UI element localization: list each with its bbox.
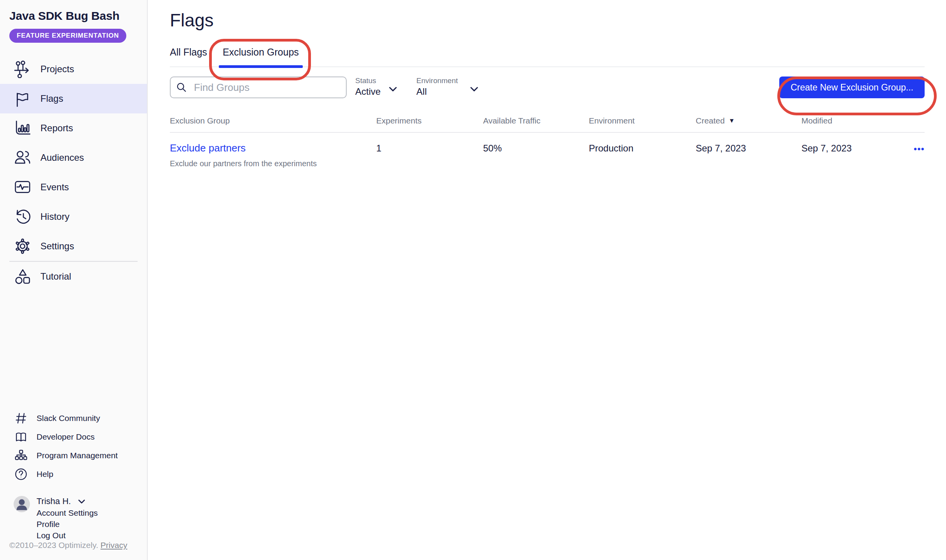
project-name: Java SDK Bug Bash [9, 9, 138, 23]
environment-filter-label: Environment [416, 77, 458, 85]
sidebar-item-settings[interactable]: Settings [0, 231, 147, 261]
exclusion-group-description: Exclude our partners from the experiment… [170, 159, 376, 168]
environment-cell: Production [589, 142, 696, 168]
search-input[interactable] [170, 77, 347, 98]
sidebar-item-label: Audiences [40, 152, 84, 163]
user-name: Trisha H. [37, 496, 71, 506]
people-icon [13, 148, 32, 167]
app-window: Java SDK Bug Bash FEATURE EXPERIMENTATIO… [0, 0, 946, 560]
create-new-exclusion-group-button[interactable]: Create New Exclusion Group... [779, 77, 925, 98]
sidebar-links: Slack Community Developer Docs [0, 409, 147, 483]
column-header-experiments[interactable]: Experiments [376, 116, 483, 125]
sidebar-item-label: Settings [40, 241, 74, 252]
tab-bar: All Flags Exclusion Groups [170, 47, 925, 67]
sidebar-nav: Projects Flags [0, 54, 147, 291]
tab-all-flags[interactable]: All Flags [170, 47, 207, 66]
sidebar-item-label: Events [40, 182, 69, 193]
row-actions-ellipsis-icon[interactable]: ••• [914, 143, 925, 154]
sidebar: Java SDK Bug Bash FEATURE EXPERIMENTATIO… [0, 0, 148, 560]
sidebar-item-tutorial[interactable]: Tutorial [0, 262, 147, 291]
sidebar-item-events[interactable]: Events [0, 172, 147, 202]
sidebar-link-program-management[interactable]: Program Management [14, 446, 147, 465]
status-filter-label: Status [355, 77, 380, 85]
tab-exclusion-groups[interactable]: Exclusion Groups [223, 47, 299, 66]
user-menu-item-profile[interactable]: Profile [37, 519, 98, 529]
sidebar-spacer [0, 291, 147, 409]
sidebar-item-label: Flags [40, 93, 63, 104]
sidebar-item-label: Reports [40, 123, 73, 134]
sidebar-link-developer-docs[interactable]: Developer Docs [14, 428, 147, 446]
projects-icon [13, 60, 32, 78]
copyright: ©2010–2023 Optimizely. Privacy [0, 541, 147, 550]
controls-row: Status Active Environment All Create New… [170, 77, 925, 98]
chevron-down-icon[interactable] [387, 83, 398, 94]
environment-filter-value: All [416, 86, 458, 97]
column-header-available-traffic[interactable]: Available Traffic [483, 116, 589, 125]
sidebar-item-label: Tutorial [40, 271, 71, 282]
book-icon [14, 430, 28, 444]
sidebar-link-slack-community[interactable]: Slack Community [14, 409, 147, 428]
available-traffic-cell: 50% [483, 142, 589, 168]
main-content: Flags All Flags Exclusion Groups Status … [148, 0, 946, 560]
sidebar-link-label: Program Management [37, 451, 118, 460]
column-header-environment[interactable]: Environment [589, 116, 696, 125]
sidebar-link-label: Slack Community [37, 414, 100, 423]
user-menu-item-log-out[interactable]: Log Out [37, 530, 98, 541]
sidebar-link-label: Developer Docs [37, 432, 94, 442]
sidebar-item-flags[interactable]: Flags [0, 84, 147, 113]
experiments-cell: 1 [376, 142, 483, 168]
table-header-row: Exclusion Group Experiments Available Tr… [170, 116, 925, 133]
column-header-modified[interactable]: Modified [801, 116, 925, 125]
project-header: Java SDK Bug Bash FEATURE EXPERIMENTATIO… [0, 9, 147, 43]
table-row: Exclude partners Exclude our partners fr… [170, 133, 925, 168]
page-title: Flags [170, 9, 925, 31]
avatar[interactable] [14, 496, 30, 512]
sidebar-item-projects[interactable]: Projects [0, 54, 147, 84]
sidebar-item-history[interactable]: History [0, 202, 147, 231]
user-menu: Trisha H. Account Settings Profile Log O… [37, 496, 98, 541]
column-header-exclusion-group[interactable]: Exclusion Group [170, 116, 376, 125]
hash-icon [14, 411, 28, 425]
user-section: Trisha H. Account Settings Profile Log O… [0, 496, 147, 541]
sidebar-item-reports[interactable]: Reports [0, 113, 147, 143]
flag-icon [13, 89, 32, 108]
column-header-created[interactable]: Created ▼ [696, 116, 801, 125]
user-name-row[interactable]: Trisha H. [37, 496, 98, 507]
privacy-link[interactable]: Privacy [101, 541, 127, 550]
status-filter[interactable]: Status Active [355, 77, 398, 97]
environment-filter[interactable]: Environment All [416, 77, 480, 97]
sidebar-item-audiences[interactable]: Audiences [0, 143, 147, 172]
exclusion-group-cell: Exclude partners Exclude our partners fr… [170, 142, 376, 168]
chevron-down-icon[interactable] [469, 83, 480, 94]
exclusion-group-link[interactable]: Exclude partners [170, 142, 246, 154]
sidebar-link-label: Help [37, 470, 53, 479]
product-badge: FEATURE EXPERIMENTATION [9, 29, 126, 43]
monitor-pulse-icon [13, 178, 32, 197]
question-icon [14, 467, 28, 481]
created-cell: Sep 7, 2023 [696, 142, 801, 168]
sidebar-item-label: History [40, 211, 70, 222]
history-clock-icon [13, 207, 32, 226]
user-menu-item-account-settings[interactable]: Account Settings [37, 508, 98, 518]
chevron-down-icon [77, 497, 86, 506]
copyright-text: ©2010–2023 Optimizely. [9, 541, 98, 550]
sidebar-item-label: Projects [40, 64, 74, 75]
modified-cell: Sep 7, 2023 ••• [801, 142, 925, 168]
sort-desc-icon: ▼ [729, 117, 735, 124]
sidebar-link-help[interactable]: Help [14, 465, 147, 483]
search-box [170, 77, 347, 98]
gear-icon [13, 237, 32, 256]
status-filter-value: Active [355, 86, 380, 97]
shapes-icon [13, 267, 32, 286]
column-header-created-label: Created [696, 116, 725, 125]
bar-chart-icon [13, 119, 32, 137]
modified-date: Sep 7, 2023 [801, 143, 852, 154]
org-chart-icon [14, 449, 28, 463]
exclusion-groups-table: Exclusion Group Experiments Available Tr… [170, 116, 925, 168]
search-icon [176, 82, 187, 93]
